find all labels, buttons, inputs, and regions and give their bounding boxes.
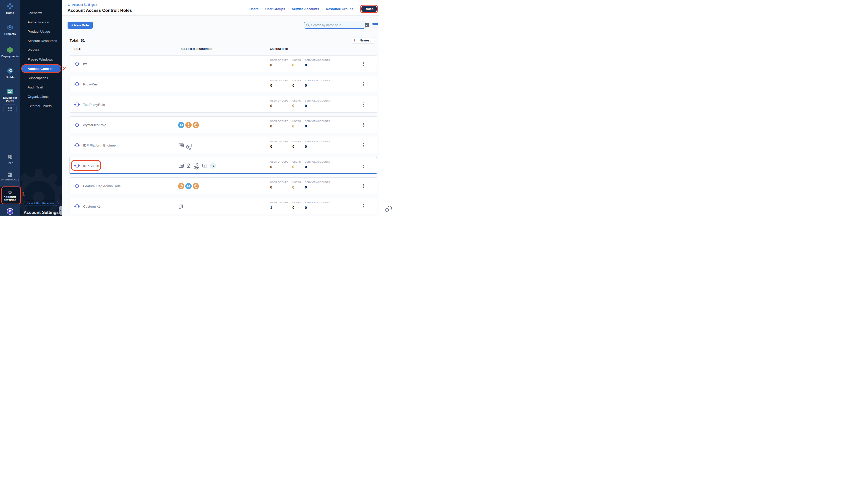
role-name[interactable]: IDP Platform Engineer xyxy=(83,144,117,147)
role-crosshair-icon xyxy=(74,61,81,67)
sidebar-item-help[interactable]: ? HELP xyxy=(0,155,20,164)
row-menu-button[interactable] xyxy=(362,122,366,128)
subnav-item-audit-trail[interactable]: Audit Trail xyxy=(20,83,62,92)
tab-roles[interactable]: Roles xyxy=(362,6,377,12)
support-chat-icon[interactable] xyxy=(385,205,388,213)
table-row[interactable]: Customsk1USER GROUPS1USERS0SERVICE ACCOU… xyxy=(69,198,377,214)
sidebar-item-dashboards[interactable]: DASHBOARDS xyxy=(0,172,20,181)
role-cell: ProxyKey xyxy=(74,76,98,92)
chevron-down-icon xyxy=(372,39,373,41)
subnav-item-overview[interactable]: Overview xyxy=(20,8,62,18)
user-groups-count: 1 xyxy=(270,206,292,210)
user-groups-label: USER GROUPS xyxy=(270,120,292,122)
user-groups-count: 0 xyxy=(270,124,292,128)
sidebar-item-account-settings[interactable]: ⚙ ACCOUNTSETTINGS xyxy=(0,187,20,204)
table-row[interactable]: IDP Platform Engineer⚙⚙USER GROUPS0USERS… xyxy=(69,137,377,153)
row-menu-button[interactable] xyxy=(362,101,366,108)
module-picker-button[interactable] xyxy=(3,104,17,113)
sort-arrows-icon: ↑↓ xyxy=(353,39,358,42)
column-selected-resources: SELECTED RESOURCES xyxy=(181,48,212,51)
users-count: 0 xyxy=(292,145,305,149)
avatar-initial: D xyxy=(9,210,11,213)
role-name[interactable]: crystal-test-role xyxy=(83,123,106,127)
sidebar-label-builds: Builds xyxy=(5,76,14,79)
table-header: ROLE SELECTED RESOURCES ASSIGNED TO xyxy=(69,48,377,52)
row-menu-button[interactable] xyxy=(362,162,366,169)
users-label: USERS xyxy=(292,79,305,82)
role-name[interactable]: TestProxyRole xyxy=(83,103,105,107)
sidebar-item-deployments[interactable]: ∞ Deployments xyxy=(0,47,20,58)
account-settings-sidebar: ⚙ Overview Authentication Product Usage … xyxy=(20,0,62,216)
subnav-item-policies[interactable]: Policies xyxy=(20,46,62,55)
service-accounts-count: 0 xyxy=(305,185,335,189)
subnav-item-external-tickets[interactable]: External Tickets xyxy=(20,101,62,111)
service-accounts-count: 0 xyxy=(305,145,335,149)
subnav-item-authentication[interactable]: Authentication xyxy=(20,18,62,27)
subnav-item-access-control[interactable]: Access Control xyxy=(20,64,62,73)
total-count: Total: 61 xyxy=(69,38,85,42)
service-accounts-label: SERVICE ACCOUNTS xyxy=(305,59,335,61)
table-row[interactable]: ProxyKeyUSER GROUPS0USERS0SERVICE ACCOUN… xyxy=(69,76,377,92)
sidebar-collapse-handle[interactable] xyxy=(59,206,62,215)
role-cell: TestProxyRole xyxy=(74,96,105,113)
table-row[interactable]: IDP Admin⚙⚙+1USER GROUPS0USERS0SERVICE A… xyxy=(69,157,377,174)
user-groups-count: 0 xyxy=(270,185,292,189)
service-accounts-label: SERVICE ACCOUNTS xyxy=(305,201,335,204)
assigned-to-cell: USER GROUPS0USERS0SERVICE ACCOUNTS0 xyxy=(270,79,335,87)
sidebar-item-developer-portal[interactable]: Developer Portal xyxy=(0,88,20,103)
sort-dropdown[interactable]: ↑↓ Newest xyxy=(351,37,374,44)
active-pill[interactable]: Access Control xyxy=(22,65,60,72)
tab-service-accounts[interactable]: Service Accounts xyxy=(292,7,319,11)
table-row[interactable]: TestProxyRoleUSER GROUPS0USERS0SERVICE A… xyxy=(69,96,377,113)
avatar[interactable]: D xyxy=(7,208,13,215)
row-menu-button[interactable] xyxy=(362,183,366,189)
breadcrumb-separator: › xyxy=(96,3,97,6)
search-icon xyxy=(306,23,310,27)
user-groups-label: USER GROUPS xyxy=(270,59,292,61)
breadcrumb-account-settings-link[interactable]: Account Settings xyxy=(72,3,95,6)
sidebar-label-home: Home xyxy=(6,11,14,14)
tab-users[interactable]: Users xyxy=(249,7,258,11)
role-cell: IDP Platform Engineer xyxy=(74,137,117,154)
new-role-button[interactable]: + New Role xyxy=(68,22,93,29)
users-label: USERS xyxy=(292,201,305,204)
subnav-item-subscriptions[interactable]: Subscriptions xyxy=(20,73,62,83)
role-crosshair-icon xyxy=(74,101,81,108)
projects-icon xyxy=(6,24,13,31)
row-menu-button[interactable] xyxy=(362,81,366,87)
list-view-button[interactable] xyxy=(372,23,378,27)
row-menu-button[interactable] xyxy=(362,142,366,148)
sidebar-item-builds[interactable]: Builds xyxy=(0,67,20,79)
subnav-item-organizations[interactable]: Organizations xyxy=(20,92,62,101)
table-row[interactable]: crystal-test-roleUSER GROUPS0USERS0SERVI… xyxy=(69,116,377,133)
approval-icon xyxy=(178,203,185,209)
table-row[interactable]: rwUSER GROUPS0USERS0SERVICE ACCOUNTS0 xyxy=(69,55,377,72)
grid-view-button[interactable] xyxy=(365,23,369,28)
subnav-item-account-resources[interactable]: Account Resources xyxy=(20,36,62,46)
service-accounts-count: 0 xyxy=(305,165,335,169)
row-menu-button[interactable] xyxy=(362,61,366,67)
gear-icon: ⚙ xyxy=(8,190,12,195)
table-row[interactable]: Feature Flag Admin RoleUSER GROUPS0USERS… xyxy=(69,177,377,194)
role-name[interactable]: Customsk1 xyxy=(83,205,100,208)
column-role: ROLE xyxy=(73,48,81,51)
deployments-icon: ∞ xyxy=(6,47,14,54)
tab-user-groups[interactable]: User Groups xyxy=(265,7,285,11)
tab-resource-groups[interactable]: Resource Groups xyxy=(326,7,353,11)
role-name[interactable]: ProxyKey xyxy=(83,83,98,86)
subnav-item-product-usage[interactable]: Product Usage xyxy=(20,27,62,36)
sidebar-item-home[interactable]: Home xyxy=(0,3,20,14)
row-menu-button[interactable] xyxy=(362,203,366,209)
search-input[interactable] xyxy=(311,23,364,27)
service-accounts-label: SERVICE ACCOUNTS xyxy=(305,79,335,82)
sidebar-item-projects[interactable]: Projects xyxy=(0,24,20,36)
subnav-item-freeze-windows[interactable]: Freeze Windows xyxy=(20,55,62,64)
role-name[interactable]: IDP Admin xyxy=(83,164,99,168)
role-name[interactable]: rw xyxy=(83,62,87,66)
role-name[interactable]: Feature Flag Admin Role xyxy=(83,184,121,188)
layout-icon xyxy=(202,162,208,169)
sort-selected-value: Newest xyxy=(360,39,370,42)
users-count: 0 xyxy=(292,84,305,87)
users-label: USERS xyxy=(292,160,305,163)
launch-first-generation-button[interactable]: Launch First Generation xyxy=(24,201,59,206)
